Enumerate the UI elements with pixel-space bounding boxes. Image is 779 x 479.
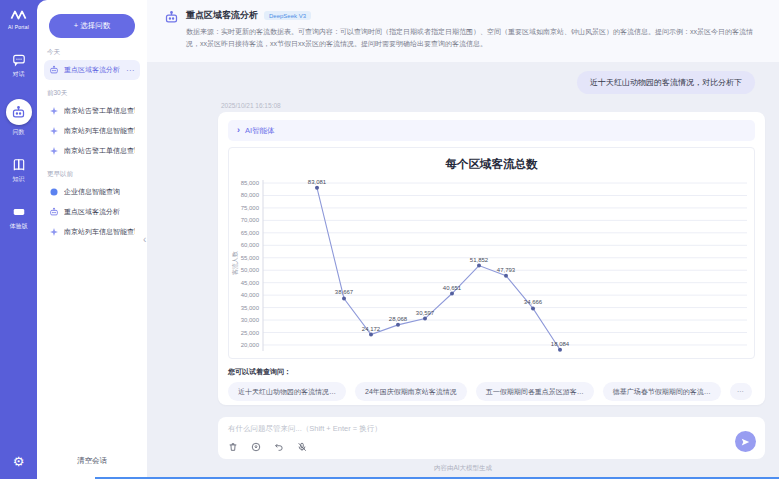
undo-icon[interactable] [274, 442, 284, 452]
svg-text:24,172: 24,172 [362, 326, 381, 332]
trash-icon[interactable] [228, 442, 238, 452]
circle-icon [49, 187, 59, 197]
svg-text:65,000: 65,000 [241, 230, 260, 236]
svg-text:50,000: 50,000 [241, 267, 260, 273]
model-badge: DeepSeek V3 [264, 11, 311, 20]
logo-icon [10, 9, 27, 21]
download-circle-icon[interactable] [251, 442, 261, 452]
mic-off-icon[interactable] [297, 442, 307, 452]
diamond-icon [49, 106, 59, 116]
svg-text:47,793: 47,793 [497, 267, 516, 273]
svg-text:45,000: 45,000 [241, 280, 260, 286]
conversation-sidebar: + 选择问数 今天重点区域客流分析⋯前30天南京站告警工单信息查询南京站列车信息… [37, 0, 147, 479]
left-rail: AI Portal 对话问数知识体验版 ⚙ [0, 0, 37, 479]
history-item-label: 南京站告警工单信息查询 [64, 106, 135, 116]
svg-text:18,084: 18,084 [551, 341, 570, 347]
suggestion-pill[interactable]: 24年国庆假期南京站客流情况 [355, 382, 467, 401]
diamond-icon [49, 146, 59, 156]
svg-text:30,597: 30,597 [416, 310, 435, 316]
suggestion-pill[interactable]: 近十天红山动物园的客流情况… [228, 382, 346, 401]
suggestion-pill[interactable]: 德基广场春节假期期间的客流… [603, 382, 721, 401]
svg-text:客流人数: 客流人数 [231, 251, 239, 275]
input-toolbar [228, 442, 755, 452]
agent-steps-label: AI智能体 [245, 126, 275, 136]
sidebar-collapse-handle[interactable]: ‹ [143, 234, 146, 245]
svg-text:85,000: 85,000 [241, 180, 260, 186]
robot-icon [6, 99, 32, 125]
svg-text:83,081: 83,081 [308, 179, 327, 185]
history-item[interactable]: 企业信息智能查询 [44, 182, 140, 202]
agent-steps-toggle[interactable]: › AI智能体 [228, 120, 755, 141]
history-item-label: 南京站列车信息智能查询 [64, 126, 135, 136]
app-window: AI Portal 对话问数知识体验版 ⚙ + 选择问数 今天重点区域客流分析⋯… [0, 0, 779, 479]
history-item[interactable]: 重点区域客流分析 [44, 202, 140, 222]
send-icon [741, 437, 750, 447]
svg-text:80,000: 80,000 [241, 192, 260, 198]
chevron-right-icon: › [237, 126, 240, 135]
main-area: 重点区域客流分析 DeepSeek V3 数据来源：实时更新的客流数据表。可查询… [147, 0, 779, 479]
history-group-title: 更早以前 [47, 170, 137, 179]
svg-text:75,000: 75,000 [241, 205, 260, 211]
chart-panel: 每个区域客流总数 85,00080,00075,00070,00065,0006… [228, 147, 755, 359]
rail-item-label: 对话 [13, 70, 25, 79]
send-button[interactable] [735, 431, 756, 452]
history-item-label: 重点区域客流分析 [64, 65, 120, 75]
history-item[interactable]: 南京站列车信息智能查询 [44, 121, 140, 141]
suggestion-pills: 近十天红山动物园的客流情况…24年国庆假期南京站客流情况五一假期期间各重点景区游… [228, 382, 755, 401]
suggestions-label: 您可以试着查询问： [228, 367, 755, 377]
history-item-label: 南京站列车信息智能查询 [64, 227, 135, 237]
chat-area: 近十天红山动物园的客流情况，对比分析下 2025/10/21 16:15:08 … [147, 62, 779, 479]
logo-text: AI Portal [8, 24, 29, 30]
item-menu-button[interactable]: ⋯ [126, 66, 135, 75]
robot-icon [49, 65, 59, 75]
svg-text:35,000: 35,000 [241, 305, 260, 311]
history-item[interactable]: 南京站列车信息智能查询 [44, 222, 140, 242]
rail-item-label: 知识 [13, 175, 25, 184]
ai-disclaimer: 内容由AI大模型生成 [147, 464, 779, 473]
message-input[interactable]: 有什么问题尽管来问...（Shift + Enter = 换行） [228, 424, 755, 434]
chat-bubble-icon [11, 52, 26, 67]
rail-item-wenshu[interactable]: 问数 [6, 99, 32, 137]
diamond-icon [49, 227, 59, 237]
rail-item-label: 问数 [13, 128, 25, 137]
diamond-icon [49, 126, 59, 136]
settings-gear-icon[interactable]: ⚙ [0, 454, 37, 469]
svg-text:60,000: 60,000 [241, 242, 260, 248]
suggestion-pill[interactable]: 五一假期期间各重点景区游客… [476, 382, 594, 401]
message-input-card: 有什么问题尽管来问...（Shift + Enter = 换行） [218, 417, 765, 459]
history-item-label: 南京站告警工单信息查询 [64, 146, 135, 156]
svg-text:34,666: 34,666 [524, 299, 543, 305]
history-item-label: 企业信息智能查询 [64, 187, 120, 197]
more-suggestions-button[interactable]: ⋯ [730, 383, 752, 400]
tag-icon [11, 204, 26, 219]
history-item[interactable]: 南京站告警工单信息查询 [44, 101, 140, 121]
rail-item-beta[interactable]: 体验版 [10, 204, 28, 231]
user-message-bubble: 近十天红山动物园的客流情况，对比分析下 [577, 71, 755, 94]
rail-nav: 对话问数知识体验版 [0, 52, 37, 231]
svg-text:38,667: 38,667 [335, 289, 354, 295]
message-timestamp: 2025/10/21 16:15:08 [221, 102, 281, 109]
clear-session-button[interactable]: 清空会话 [37, 455, 147, 467]
app-logo: AI Portal [8, 9, 29, 30]
history-group-title: 前30天 [47, 89, 137, 98]
chart-title: 每个区域客流总数 [229, 148, 754, 172]
history-item[interactable]: 重点区域客流分析⋯ [44, 60, 140, 80]
flow-chart-svg: 85,00080,00075,00070,00065,00060,00055,0… [229, 175, 754, 353]
svg-text:55,000: 55,000 [241, 255, 260, 261]
history-groups: 今天重点区域客流分析⋯前30天南京站告警工单信息查询南京站列车信息智能查询南京站… [37, 48, 147, 242]
svg-text:70,000: 70,000 [241, 217, 260, 223]
select-agent-button[interactable]: + 选择问数 [49, 14, 135, 38]
book-icon [11, 157, 26, 172]
history-item-label: 重点区域客流分析 [64, 207, 120, 217]
agent-header: 重点区域客流分析 DeepSeek V3 数据来源：实时更新的客流数据表。可查询… [147, 0, 779, 62]
rail-item-label: 体验版 [10, 222, 28, 231]
agent-avatar-icon [164, 10, 179, 25]
svg-text:30,000: 30,000 [241, 317, 260, 323]
svg-text:51,852: 51,852 [470, 257, 489, 263]
rail-item-knowledge[interactable]: 知识 [11, 157, 26, 184]
svg-text:25,000: 25,000 [241, 330, 260, 336]
history-item[interactable]: 南京站告警工单信息查询 [44, 141, 140, 161]
rail-item-chat[interactable]: 对话 [11, 52, 26, 79]
agent-title: 重点区域客流分析 [186, 9, 258, 22]
history-group-title: 今天 [47, 48, 137, 57]
